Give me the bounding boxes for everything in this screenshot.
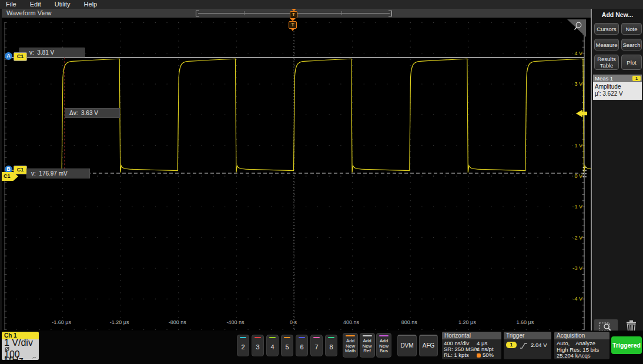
channel-color-stripe [269,337,276,338]
horizontal-row: RL: 1 kpts50% [444,352,500,358]
cursor-delta-readout[interactable]: Δv: 3.63 V [65,108,120,118]
x-axis-label: -1.20 µs [101,319,138,325]
menu-file[interactable]: File [6,0,16,9]
plot-area[interactable]: T v: 3.81 V A C1 Δv: 3.63 V B C1 v: 176.… [2,18,592,331]
trigger-status-button[interactable]: Triggered [611,336,642,354]
channel-1-scale: 1 V/div [4,340,33,346]
waveform-view-tab-bar: Waveform View T [2,9,592,18]
menu-help[interactable]: Help [84,0,98,9]
x-axis-label: 1.20 µs [448,319,486,325]
right-panel: Add New... Cursors Note Measure Search R… [592,9,643,331]
channel-color-stripe [313,337,320,338]
y-axis-label: 0 V [557,173,582,179]
channel-1-settings: 1 V/div 100 MHz [2,339,39,360]
add-new-buttons: Cursors Note Measure Search Results Tabl… [592,18,643,70]
add-button-color-stripe [379,335,389,336]
measurement-card-header[interactable]: Meas 1 1 [593,75,642,82]
x-axis-label: -400 ns [216,319,254,325]
trigger-source-badge: 1 [506,342,517,348]
channel-3-button[interactable]: 3 [252,335,264,356]
add-new-bus-button[interactable]: Add New Bus [376,333,391,358]
channel-5-button[interactable]: 5 [281,335,293,356]
cursor-b-readout[interactable]: v: 176.97 mV [26,168,90,178]
x-axis-label: -1.60 µs [43,319,81,325]
navigator-tick [244,11,245,15]
cursors-button[interactable]: Cursors [594,23,619,35]
bandwidth-icon [32,355,36,360]
y-axis-label: 4 V [557,50,582,56]
menu-utility[interactable]: Utility [55,0,71,9]
add-button-color-stripe [363,335,372,336]
trigger-flag-tail-icon [291,29,294,31]
cursor-a-source-badge[interactable]: C1 [14,52,27,61]
oscilloscope-app: { "menu": { "items": ["File", "Edit", "U… [0,0,643,364]
measurement-card[interactable]: Meas 1 1 Amplitude µ': 3.622 V [593,75,642,100]
channel-color-stripe [299,337,305,338]
cursor-b-source-badge[interactable]: C1 [14,166,27,174]
horizontal-badge[interactable]: Horizontal 400 ns/div4 µsSR: 250 MS/s4 n… [442,332,501,359]
x-axis-label: 1.60 µs [506,319,544,325]
channel-4-button[interactable]: 4 [266,335,279,356]
cursor-a-readout[interactable]: v: 3.81 V [19,48,85,58]
add-new-ref-button[interactable]: Add New Ref [360,333,375,358]
add-button-label: Add New Math [343,339,357,354]
y-axis-label: -2 V [557,235,582,241]
navigator-right-bracket-icon [389,11,392,16]
channel-color-stripe [240,337,246,338]
cursor-a-badge[interactable]: A [5,52,12,60]
menu-edit[interactable]: Edit [30,0,41,9]
add-new-title: Add New... [592,9,643,18]
tab-waveform-view[interactable]: Waveform View [6,9,51,18]
x-axis-label: 0 s [274,319,312,325]
channel-button-label: 5 [282,343,293,350]
navigator-tick [341,11,342,15]
search-button[interactable]: Search [621,39,642,50]
timebase-navigator[interactable]: T [196,9,392,18]
channel-6-button[interactable]: 6 [296,335,308,356]
measurement-source-badge: 1 [632,76,641,81]
acquisition-badge[interactable]: Acquisition Auto, AnalyzeHigh Res: 15 bi… [554,332,609,359]
channel-button-label: 8 [326,343,337,350]
y-axis-label: -3 V [557,265,582,271]
channel-color-stripe [254,337,261,338]
trigger-badge[interactable]: Trigger 1 2.04 V [504,332,551,359]
trigger-header: Trigger [504,332,551,339]
x-axis-label: 800 ns [390,319,428,325]
rising-edge-icon [520,342,528,349]
channel-2-button[interactable]: 2 [237,335,249,356]
navigator-left-bracket-icon [196,11,199,16]
results-table-button[interactable]: Results Table [594,55,619,70]
channel-7-button[interactable]: 7 [310,335,323,356]
x-axis-label: 400 ns [333,319,370,325]
add-button-label: Add New Bus [377,339,391,354]
horizontal-value: 50% [477,352,494,358]
channel-button-label: 7 [311,343,322,350]
channel-1-badge[interactable]: Ch 1 1 V/div 100 MHz [2,332,39,360]
channel-color-stripe [328,337,334,338]
x-axis-label: -800 ns [159,319,196,325]
y-axis-label: 1 V [557,143,582,149]
acquisition-row: Auto, Analyze [557,341,607,347]
measure-button[interactable]: Measure [594,39,619,50]
channel-1-bandwidth: 100 MHz [4,352,31,360]
add-new-math-button[interactable]: Add New Math [343,333,358,358]
add-button-label: Add New Ref [360,339,374,354]
trigger-position-flag[interactable]: T [289,18,297,31]
channel-8-button[interactable]: 8 [325,335,337,356]
y-axis-label: -4 V [557,296,582,302]
measurement-title: Meas 1 [595,75,613,82]
measurement-card-body: Amplitude µ': 3.622 V [593,82,642,100]
note-button[interactable]: Note [621,23,642,35]
horizontal-header: Horizontal [442,332,501,339]
plot-button[interactable]: Plot [621,55,642,70]
horizontal-settings: 400 ns/div4 µsSR: 250 MS/s4 ns/ptRL: 1 k… [442,339,501,359]
y-axis-label: 3 V [557,81,582,87]
horizontal-value: RL: 1 kpts [444,352,477,358]
trigger-flag-label: T [289,21,297,29]
expansion-point-icon [477,353,481,358]
dvm-button[interactable]: DVM [397,335,417,356]
afg-button[interactable]: AFG [419,335,438,356]
channel-button-label: 2 [237,343,249,350]
acquisition-header: Acquisition [554,332,609,339]
navigator-trigger-marker[interactable]: T [290,9,297,18]
